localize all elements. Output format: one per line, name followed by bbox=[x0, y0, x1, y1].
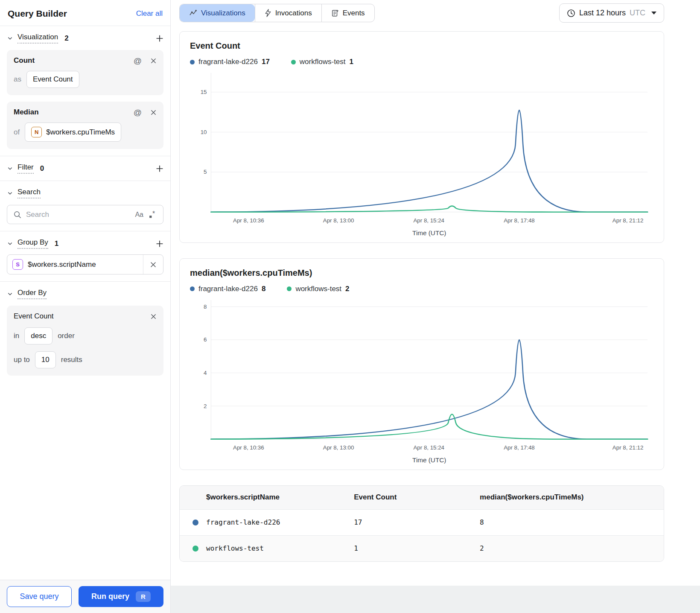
add-visualization-button[interactable] bbox=[156, 35, 163, 42]
median-cell: 8 bbox=[480, 518, 664, 526]
group-by-section-label: Group By bbox=[18, 238, 48, 249]
regex-toggle-icon[interactable]: * bbox=[148, 210, 157, 219]
clock-icon bbox=[567, 9, 575, 18]
event-count-chart: 51015Apr 8, 10:36Apr 8, 13:00Apr 8, 15:2… bbox=[190, 69, 653, 238]
visualization-count: 2 bbox=[64, 34, 68, 43]
time-range-select[interactable]: Last 12 hours UTC bbox=[559, 3, 664, 23]
view-tabs: Visualizations Invocations Events bbox=[179, 4, 375, 22]
median-cell: 2 bbox=[480, 544, 664, 552]
x-tick-label: Apr 8, 15:24 bbox=[413, 444, 444, 451]
chart-canvas: 2468Apr 8, 10:36Apr 8, 13:00Apr 8, 15:24… bbox=[190, 296, 653, 465]
table-row: workflows-test 1 2 bbox=[180, 535, 664, 561]
search-box: Aa * bbox=[7, 205, 163, 224]
close-icon[interactable] bbox=[150, 313, 157, 320]
chevron-down-icon[interactable] bbox=[7, 190, 13, 196]
page-title: Query Builder bbox=[8, 9, 67, 19]
add-filter-button[interactable] bbox=[156, 165, 163, 172]
close-icon[interactable] bbox=[150, 109, 157, 116]
column-header-script-name: $workers.scriptName bbox=[180, 493, 354, 502]
case-sensitivity-toggle[interactable]: Aa bbox=[135, 211, 143, 219]
legend-value: 8 bbox=[262, 285, 265, 293]
chevron-down-icon[interactable] bbox=[7, 35, 13, 41]
column-header-event-count: Event Count bbox=[354, 493, 480, 502]
legend-item[interactable]: workflows-test2 bbox=[287, 285, 349, 293]
tab-visualizations[interactable]: Visualizations bbox=[180, 4, 255, 22]
x-axis-title: Time (UTC) bbox=[412, 456, 446, 464]
legend-dot bbox=[190, 286, 195, 291]
svg-text:2: 2 bbox=[204, 403, 207, 409]
add-group-by-button[interactable] bbox=[156, 240, 163, 248]
legend-name: workflows-test bbox=[295, 285, 341, 293]
column-header-median: median($workers.cpuTimeMs) bbox=[480, 493, 664, 502]
search-input[interactable] bbox=[26, 210, 130, 219]
page-background bbox=[171, 586, 700, 613]
x-tick-label: Apr 8, 17:48 bbox=[504, 217, 535, 224]
search-section-label: Search bbox=[18, 188, 41, 198]
script-name-cell: workflows-test bbox=[206, 544, 264, 552]
legend-value: 17 bbox=[262, 58, 270, 66]
legend-dot bbox=[190, 60, 195, 64]
chart-title: median($workers.cpuTimeMs) bbox=[190, 268, 653, 278]
chevron-down-icon[interactable] bbox=[7, 291, 13, 297]
median-card-title: Median bbox=[14, 108, 39, 117]
order-direction-select[interactable]: desc bbox=[24, 327, 52, 344]
filter-section-label: Filter bbox=[18, 163, 34, 174]
x-tick-label: Apr 8, 13:00 bbox=[323, 444, 354, 451]
tab-invocations-label: Invocations bbox=[275, 9, 312, 18]
order-label: order bbox=[58, 332, 75, 340]
script-name-cell: fragrant-lake-d226 bbox=[206, 518, 280, 526]
series-color-dot bbox=[192, 520, 198, 525]
event-count-cell: 1 bbox=[354, 544, 480, 552]
topbar: Visualizations Invocations Events Las bbox=[179, 3, 664, 23]
visualization-section-label: Visualization bbox=[18, 33, 58, 44]
run-shortcut-badge: R bbox=[136, 591, 151, 602]
median-chart-card: median($workers.cpuTimeMs) fragrant-lake… bbox=[179, 258, 664, 470]
chart-title: Event Count bbox=[190, 41, 653, 51]
legend-dot bbox=[287, 286, 292, 291]
median-field-name: $workers.cpuTimeMs bbox=[46, 128, 115, 137]
close-icon[interactable] bbox=[150, 58, 157, 64]
count-visualization-card: Count @ as Event Count bbox=[7, 50, 163, 95]
legend-item[interactable]: fragrant-lake-d22617 bbox=[190, 58, 270, 66]
in-label: in bbox=[14, 332, 19, 340]
svg-text:8: 8 bbox=[204, 304, 207, 310]
legend-item[interactable]: fragrant-lake-d2268 bbox=[190, 285, 265, 293]
legend-name: fragrant-lake-d226 bbox=[198, 58, 258, 66]
group-by-field-chip[interactable]: S $workers.scriptName bbox=[7, 254, 163, 274]
run-query-button[interactable]: Run query R bbox=[79, 586, 163, 607]
median-field-chip[interactable]: N $workers.cpuTimeMs bbox=[25, 123, 121, 142]
tab-invocations[interactable]: Invocations bbox=[255, 4, 321, 22]
median-visualization-card: Median @ of N $workers.cpuTimeMs bbox=[7, 102, 163, 149]
as-label: as bbox=[14, 75, 21, 84]
results-table-card: $workers.scriptName Event Count median($… bbox=[179, 485, 664, 562]
series-color-dot bbox=[192, 546, 198, 552]
count-alias-chip[interactable]: Event Count bbox=[26, 71, 79, 88]
of-label: of bbox=[14, 128, 20, 137]
at-icon[interactable]: @ bbox=[134, 108, 142, 117]
chart-canvas: 51015Apr 8, 10:36Apr 8, 13:00Apr 8, 15:2… bbox=[190, 69, 653, 238]
legend-value: 1 bbox=[350, 58, 353, 66]
group-by-field-name: $workers.scriptName bbox=[28, 260, 96, 269]
search-section: Search Aa * bbox=[0, 181, 170, 231]
x-tick-label: Apr 8, 15:24 bbox=[413, 217, 444, 224]
chevron-down-icon[interactable] bbox=[7, 165, 13, 172]
at-icon[interactable]: @ bbox=[134, 57, 142, 65]
group-by-count: 1 bbox=[55, 239, 58, 248]
filter-count: 0 bbox=[40, 164, 44, 173]
svg-text:4: 4 bbox=[204, 370, 207, 376]
median-chart: 2468Apr 8, 10:36Apr 8, 13:00Apr 8, 15:24… bbox=[190, 296, 653, 465]
result-limit-input[interactable]: 10 bbox=[35, 351, 56, 368]
save-query-button[interactable]: Save query bbox=[7, 586, 72, 607]
tab-events[interactable]: Events bbox=[322, 4, 374, 22]
time-zone-label: UTC bbox=[630, 9, 645, 18]
legend-item[interactable]: workflows-test1 bbox=[291, 58, 353, 66]
chart-legend: fragrant-lake-d2268workflows-test2 bbox=[190, 285, 653, 293]
filter-section: Filter 0 bbox=[0, 156, 170, 181]
chevron-down-icon[interactable] bbox=[7, 240, 13, 247]
sidebar-footer: Save query Run query R bbox=[0, 580, 170, 613]
clear-all-button[interactable]: Clear all bbox=[136, 9, 163, 18]
x-tick-label: Apr 8, 13:00 bbox=[323, 217, 354, 224]
order-by-section-label: Order By bbox=[18, 289, 47, 299]
series-line-fragrant-lake-d226 bbox=[211, 340, 648, 439]
close-icon[interactable] bbox=[143, 261, 163, 268]
